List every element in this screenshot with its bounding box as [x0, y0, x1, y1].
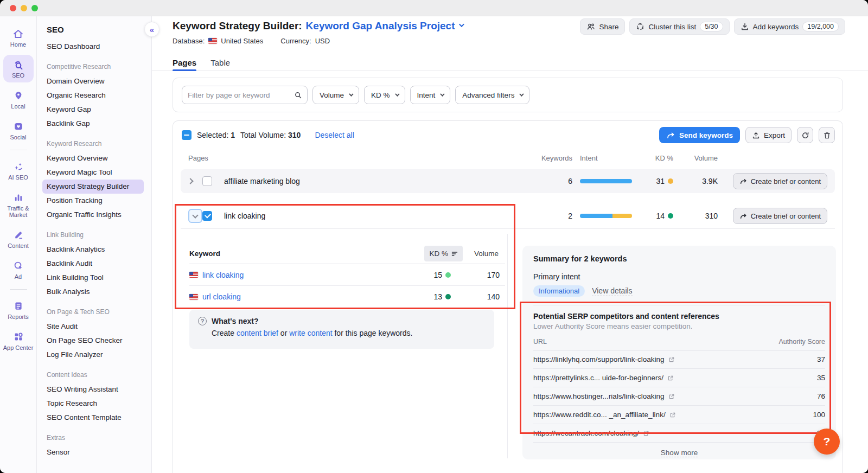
sidebar-item-organic-traffic-insights[interactable]: Organic Traffic Insights	[47, 208, 144, 222]
rail-item-content[interactable]: Content	[2, 225, 35, 253]
close-window-button[interactable]	[10, 5, 16, 11]
sidebar-group-content-ideas: Content Ideas	[47, 370, 144, 380]
show-more-link[interactable]: Show more	[661, 449, 698, 457]
rail-item-ai-seo[interactable]: AI SEO	[2, 157, 35, 184]
sidebar-item-seo-writing-assistant[interactable]: SEO Writing Assistant	[47, 382, 144, 397]
view-details-link[interactable]: View details	[592, 286, 632, 296]
competitor-url-link[interactable]: https://www.reddit.co... _an_affiliate_l…	[533, 411, 676, 419]
competitor-url-link[interactable]: https://wecantrack.com/cloaking/	[533, 429, 649, 437]
col-keyword: Keyword	[189, 250, 409, 258]
delete-button[interactable]	[819, 127, 835, 143]
page-row-link-cloaking[interactable]: link cloaking 2 14 310 Create brief or c…	[181, 203, 835, 228]
help-button[interactable]: ?	[814, 429, 840, 455]
sort-icon	[451, 251, 458, 257]
kd-sort-header[interactable]: KD %	[424, 246, 463, 261]
pages-panel: Selected: 1 Total Volume: 310 Deselect a…	[173, 120, 843, 473]
sidebar-item-link-building-tool[interactable]: Link Building Tool	[47, 271, 144, 285]
collapse-sidebar-button[interactable]	[144, 22, 159, 37]
sidebar-item-position-tracking[interactable]: Position Tracking	[47, 194, 144, 208]
advanced-filters-dropdown[interactable]: Advanced filters	[455, 86, 529, 104]
rail-item-seo[interactable]: SEO	[3, 55, 34, 82]
sidebar-item-keyword-overview[interactable]: Keyword Overview	[47, 151, 144, 165]
rail-item-app-center[interactable]: App Center	[2, 327, 35, 355]
rail-item-social[interactable]: Social	[2, 117, 35, 144]
whats-next-box: What's next? Create content brief or wri…	[189, 310, 494, 349]
sidebar-item-seo-dashboard[interactable]: SEO Dashboard	[47, 40, 144, 54]
minimize-window-button[interactable]	[21, 5, 27, 11]
rail-item-home[interactable]: Home	[2, 24, 35, 52]
kd-filter-dropdown[interactable]: KD %	[364, 86, 405, 104]
search-icon[interactable]	[289, 86, 307, 104]
intent-bar	[580, 179, 632, 183]
sidebar-item-seo-content-template[interactable]: SEO Content Template	[47, 411, 144, 425]
zoom-window-button[interactable]	[31, 5, 38, 11]
authority-score: 37	[817, 355, 825, 363]
competitor-url-link[interactable]: https://linklyhq.com/support/link-cloaki…	[533, 355, 675, 363]
sidebar-item-sensor[interactable]: Sensor	[47, 445, 144, 459]
summary-title: Summary for 2 keywords	[533, 254, 825, 263]
row-checkbox-checked[interactable]	[202, 211, 212, 221]
sidebar-item-backlink-gap[interactable]: Backlink Gap	[47, 117, 144, 131]
sidebar-item-on-page-seo-checker[interactable]: On Page SEO Checker	[47, 334, 144, 348]
competitor-url-link[interactable]: https://prettylinks.c... uide-for-beginn…	[533, 374, 674, 382]
rail-divider	[10, 289, 27, 290]
export-button[interactable]: Export	[745, 127, 792, 143]
volume-filter-dropdown[interactable]: Volume	[312, 86, 359, 104]
authority-score: 100	[813, 411, 825, 419]
rail-item-ad[interactable]: Ad	[2, 256, 35, 284]
serp-competitors-subtitle: Lower Authority Score means easier compe…	[533, 322, 825, 330]
sidebar-item-keyword-magic-tool[interactable]: Keyword Magic Tool	[47, 165, 144, 180]
intent-filter-dropdown[interactable]: Intent	[410, 86, 451, 104]
sidebar-item-keyword-strategy-builder[interactable]: Keyword Strategy Builder	[42, 180, 144, 194]
rail-item-local[interactable]: Local	[2, 86, 35, 113]
deselect-all-link[interactable]: Deselect all	[315, 131, 354, 139]
refresh-button[interactable]	[797, 127, 813, 143]
create-brief-button[interactable]: Create brief or content	[733, 208, 827, 224]
row-divider	[181, 228, 835, 229]
currency-label: Currency:	[280, 37, 311, 45]
add-keywords-button[interactable]: Add keywords 19/2,000	[734, 18, 845, 35]
share-button[interactable]: Share	[580, 18, 625, 35]
collapse-row-chevron[interactable]	[188, 209, 202, 223]
sparkles-icon	[12, 161, 24, 172]
bar-chart-icon	[13, 191, 24, 203]
content-brief-link[interactable]: content brief	[237, 329, 278, 337]
external-link-icon	[669, 412, 676, 418]
cluster-list-button[interactable]: Cluster this list 5/30	[629, 18, 729, 35]
page-row-affiliate-marketing-blog[interactable]: affiliate marketing blog 6 31 3.9K Creat…	[181, 169, 835, 193]
sidebar-item-domain-overview[interactable]: Domain Overview	[47, 74, 144, 88]
expand-row-chevron[interactable]	[187, 178, 193, 184]
keyword-subtable: Keyword KD % Volume link cloaking 15 170	[189, 244, 505, 308]
sidebar-item-site-audit[interactable]: Site Audit	[47, 319, 144, 334]
sidebar-item-organic-research[interactable]: Organic Research	[47, 88, 144, 103]
rail-item-reports[interactable]: Reports	[2, 296, 35, 324]
serp-competitors-title: Potential SERP competitors and content r…	[533, 312, 825, 321]
total-volume: Total Volume: 310	[240, 131, 301, 139]
serp-row: https://www.reddit.co... _an_affiliate_l…	[533, 406, 825, 424]
currency-value: USD	[315, 37, 330, 45]
sidebar-item-backlink-analytics[interactable]: Backlink Analytics	[47, 242, 144, 257]
competitor-url-link[interactable]: https://www.hostinger...rials/link-cloak…	[533, 392, 675, 400]
tab-table[interactable]: Table	[210, 55, 230, 71]
create-brief-button[interactable]: Create brief or content	[733, 173, 827, 189]
column-divider	[507, 234, 508, 458]
sidebar-item-topic-research[interactable]: Topic Research	[47, 397, 144, 411]
sidebar-item-bulk-analysis[interactable]: Bulk Analysis	[47, 285, 144, 299]
keyword-link[interactable]: link cloaking	[189, 271, 409, 279]
external-link-icon	[667, 375, 674, 381]
search-input[interactable]	[182, 91, 289, 99]
kd-dot	[668, 178, 673, 184]
project-selector[interactable]: Keyword Gap Analysis Project	[306, 20, 463, 32]
select-all-checkbox[interactable]	[182, 130, 192, 140]
sidebar-item-log-file-analyzer[interactable]: Log File Analyzer	[47, 348, 144, 362]
write-content-link[interactable]: write content	[289, 329, 332, 337]
tab-pages[interactable]: Pages	[173, 55, 196, 71]
row-checkbox[interactable]	[202, 176, 212, 186]
sidebar-item-backlink-audit[interactable]: Backlink Audit	[47, 257, 144, 271]
window-titlebar	[0, 0, 868, 16]
send-keywords-button[interactable]: Send keywords	[659, 127, 740, 143]
sidebar-item-keyword-gap[interactable]: Keyword Gap	[47, 103, 144, 117]
send-arrow-icon	[666, 131, 675, 139]
keyword-link[interactable]: url cloaking	[189, 292, 409, 301]
rail-item-traffic-market[interactable]: Traffic & Market	[2, 188, 35, 222]
